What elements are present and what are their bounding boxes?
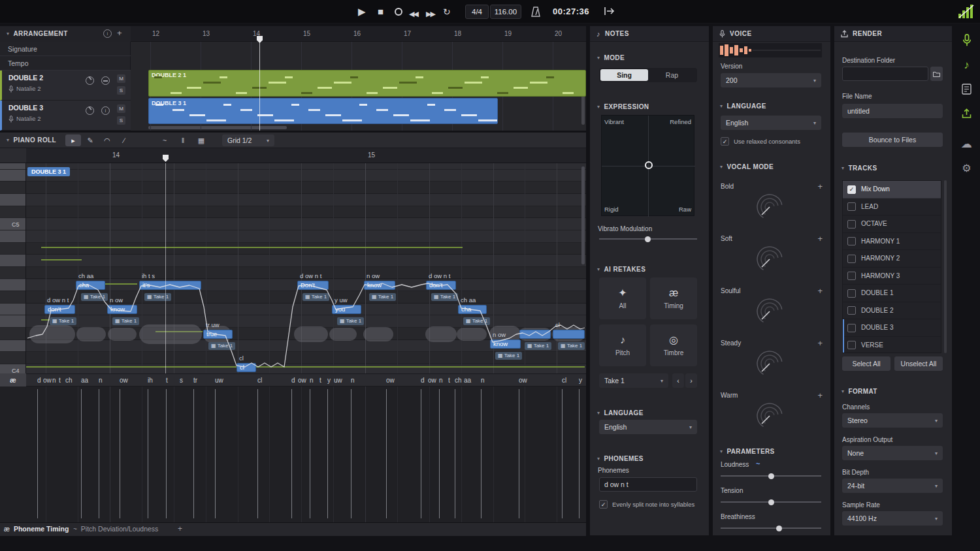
vibrato-modulation-slider[interactable]: [599, 238, 697, 240]
clip-double3-1[interactable]: DOUBLE 3 1: [148, 98, 498, 124]
note-phoneme-label[interactable]: d ow n t: [429, 272, 450, 279]
track-gain-knob-icon[interactable]: [86, 76, 94, 85]
phoneme-item[interactable]: n: [52, 377, 56, 384]
note-phoneme-label[interactable]: d ow n t: [47, 296, 69, 304]
note-phoneme-label[interactable]: ch aa: [461, 296, 476, 304]
piano-note[interactable]: [519, 330, 551, 339]
piano-key-e5[interactable]: [0, 170, 26, 182]
phoneme-timing-line[interactable]: [81, 389, 82, 518]
piano-key-b4[interactable]: [0, 230, 26, 243]
tab-phoneme-timing[interactable]: æ Phoneme Timing: [4, 525, 69, 533]
track-info-icon[interactable]: i: [101, 106, 110, 115]
piano-note[interactable]: you: [332, 305, 361, 314]
add-vocal-mode-icon[interactable]: +: [817, 338, 823, 348]
voice-version-select[interactable]: 200▾: [721, 73, 821, 87]
phoneme-item[interactable]: n: [439, 377, 443, 384]
piano-key-ds4[interactable]: [0, 328, 26, 340]
phoneme-item[interactable]: y: [579, 377, 582, 384]
render-track-checkbox[interactable]: [847, 255, 856, 263]
piano-roll-header[interactable]: ▾ PIANO ROLL: [7, 136, 56, 144]
piano-key-e4[interactable]: [0, 315, 26, 328]
add-vocal-mode-icon[interactable]: +: [817, 286, 823, 296]
param-slider[interactable]: [721, 501, 821, 503]
piano-note[interactable]: know: [107, 305, 137, 314]
piano-note[interactable]: don't: [44, 305, 75, 314]
phoneme-timing-area[interactable]: [0, 386, 586, 522]
phoneme-timing-line[interactable]: [310, 389, 310, 518]
piano-note[interactable]: cha: [76, 281, 105, 290]
fast-forward-button[interactable]: ▶▶: [426, 7, 434, 20]
piano-key-f4[interactable]: [0, 304, 26, 316]
render-track-checkbox[interactable]: ✓: [847, 185, 856, 194]
phonemes-section-header[interactable]: ▾PHONEMES: [597, 455, 644, 462]
record-button[interactable]: [395, 8, 402, 16]
take-badge[interactable]: ▦ Take 1: [431, 293, 458, 301]
render-track-checkbox[interactable]: [847, 341, 856, 349]
render-track-scrollbar[interactable]: [944, 180, 947, 353]
render-track-checkbox[interactable]: [847, 202, 856, 211]
phoneme-item[interactable]: n: [310, 377, 314, 384]
tempo-box[interactable]: 116.00: [490, 5, 521, 19]
piano-note[interactable]: know: [490, 339, 521, 349]
note-phoneme-label[interactable]: tr uw: [206, 321, 220, 328]
arrangement-info-icon[interactable]: i: [103, 29, 112, 38]
note-language-select[interactable]: English▾: [599, 420, 697, 434]
note-phoneme-label[interactable]: n ow: [367, 272, 380, 279]
slider-handle[interactable]: [768, 499, 774, 505]
clip-double2-1[interactable]: DOUBLE 2 1: [148, 70, 586, 97]
retake-pitch-button[interactable]: ♪Pitch: [599, 324, 646, 366]
phoneme-item[interactable]: y: [327, 377, 331, 384]
note-phoneme-label[interactable]: n ow: [493, 331, 506, 338]
phoneme-item[interactable]: t: [448, 377, 450, 384]
piano-key-d4[interactable]: [0, 340, 26, 353]
render-track-row[interactable]: HARMONY 2: [843, 250, 941, 268]
phoneme-timing-line[interactable]: [562, 389, 563, 518]
phoneme-item[interactable]: uw: [215, 377, 223, 384]
phoneme-timing-line[interactable]: [481, 389, 482, 518]
file-name-input[interactable]: [842, 104, 943, 118]
take-badge[interactable]: ▦ Take 1: [81, 293, 108, 301]
unselect-all-button[interactable]: Unselect All: [894, 356, 943, 371]
render-track-row[interactable]: ✓Mix Down: [843, 181, 941, 198]
note-phoneme-label[interactable]: cl: [239, 354, 244, 362]
voice-language-select[interactable]: English▾: [721, 116, 821, 130]
solo-button[interactable]: S: [117, 116, 125, 125]
settings-gear-icon[interactable]: ⚙: [953, 162, 980, 174]
bounce-to-files-button[interactable]: Bounce to Files: [842, 133, 943, 147]
phoneme-item[interactable]: ow: [43, 377, 52, 384]
stop-button[interactable]: ■: [378, 5, 384, 18]
retake-all-button[interactable]: ✦All: [599, 277, 646, 319]
piano-note[interactable]: cl: [237, 363, 256, 372]
render-track-row[interactable]: OCTAVE: [843, 215, 941, 233]
bit-depth-select[interactable]: 24-bit▾: [842, 479, 943, 493]
phoneme-timing-line[interactable]: [579, 389, 580, 518]
voice-tab-icon[interactable]: [953, 34, 980, 46]
signature-row[interactable]: Signature: [0, 42, 131, 56]
render-track-row[interactable]: DOUBLE 3: [843, 319, 941, 337]
piano-note[interactable]: Don't: [297, 281, 329, 290]
add-panel-tab-button[interactable]: +: [178, 524, 182, 533]
piano-roll-v-scrollbar[interactable]: [581, 166, 585, 264]
note-phoneme-label[interactable]: cl: [555, 321, 560, 328]
library-tab-icon[interactable]: [953, 84, 980, 95]
phoneme-item[interactable]: aa: [81, 377, 88, 384]
voice-language-section-header[interactable]: ▾LANGUAGE: [720, 102, 766, 110]
take-prev-button[interactable]: ‹: [672, 373, 684, 388]
slider-handle[interactable]: [776, 526, 782, 531]
take-badge[interactable]: ▦ Take 1: [208, 342, 235, 350]
relaxed-consonants-row[interactable]: ✓ Use relaxed consonants: [721, 137, 800, 146]
add-track-icon[interactable]: +: [117, 28, 122, 38]
phoneme-item[interactable]: d: [421, 377, 425, 384]
phoneme-item[interactable]: ih: [148, 377, 153, 384]
solo-button[interactable]: S: [117, 86, 125, 95]
phoneme-item[interactable]: s: [180, 377, 183, 384]
ai-retakes-section-header[interactable]: ▾AI RETAKES: [597, 266, 645, 273]
arrangement-timeline-ruler[interactable]: 121314151617181920: [131, 26, 586, 42]
grid-select[interactable]: Grid 1/2▾: [222, 134, 274, 146]
expression-section-header[interactable]: ▾EXPRESSION: [597, 103, 649, 110]
phoneme-item[interactable]: ow: [386, 377, 395, 384]
note-phoneme-label[interactable]: d ow n t: [300, 272, 321, 279]
piano-key-as4[interactable]: [0, 243, 26, 255]
mode-section-header[interactable]: ▾MODE: [597, 54, 625, 61]
track-output-icon[interactable]: [101, 76, 110, 85]
